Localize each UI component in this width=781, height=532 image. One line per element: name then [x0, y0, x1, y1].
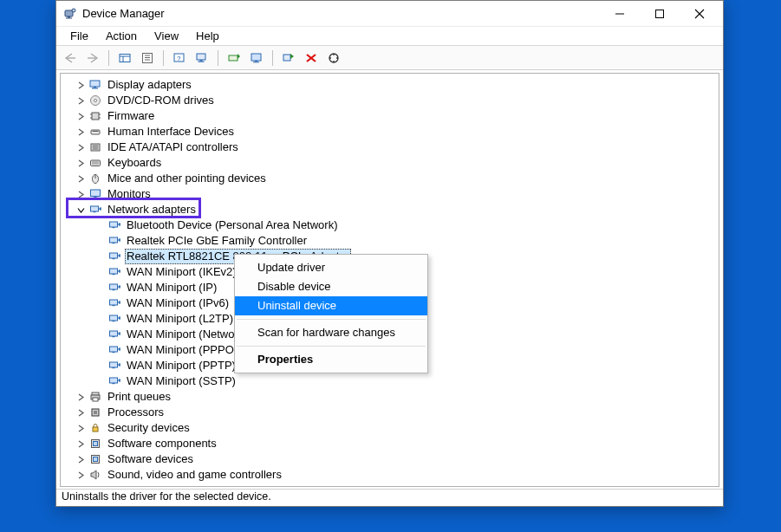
chevron-right-icon[interactable] [75, 391, 87, 403]
svg-rect-107 [93, 427, 98, 431]
tree-item-label: WAN Miniport (IP) [125, 280, 218, 295]
tree-item-label: Processors [106, 405, 166, 420]
device-category[interactable]: Keyboards [64, 155, 719, 171]
context-menu-update-driver[interactable]: Update driver [235, 258, 427, 277]
chevron-none [94, 360, 106, 372]
device-category[interactable]: Network adapters [64, 202, 719, 217]
sound-icon [88, 468, 102, 482]
menu-bar: FileActionViewHelp [56, 27, 723, 46]
svg-rect-59 [113, 227, 115, 228]
svg-rect-31 [94, 87, 96, 88]
tree-item-label: Security devices [106, 420, 192, 436]
menu-help[interactable]: Help [187, 28, 228, 44]
svg-rect-10 [120, 54, 130, 62]
svg-rect-54 [91, 206, 99, 211]
device-category[interactable]: Sound, video and game controllers [64, 467, 719, 483]
context-menu-separator [237, 319, 426, 320]
monitor-button[interactable] [246, 49, 267, 68]
chevron-right-icon[interactable] [75, 126, 87, 138]
chevron-none [94, 313, 106, 325]
chevron-none [94, 250, 106, 263]
device-category[interactable]: Firmware [64, 108, 719, 124]
menu-file[interactable]: File [62, 28, 97, 44]
device-category[interactable]: Software devices [64, 451, 719, 467]
tree-item-label: Sound, video and game controllers [106, 467, 283, 483]
chevron-right-icon[interactable] [75, 94, 87, 107]
tree-item-label: DVD/CD-ROM drives [106, 93, 216, 108]
chevron-right-icon[interactable] [75, 141, 87, 153]
svg-text:?: ? [177, 54, 181, 62]
tree-item-label: Bluetooth Device (Personal Area Network) [125, 217, 340, 233]
sw-icon [88, 437, 102, 451]
context-menu-properties[interactable]: Properties [235, 350, 427, 369]
svg-rect-90 [110, 347, 118, 352]
device-category[interactable]: Print queues [64, 389, 719, 405]
uninstall-x-button[interactable] [301, 49, 322, 68]
device-category[interactable]: Display adapters [64, 77, 719, 93]
back-button [60, 49, 81, 68]
net-icon [107, 312, 121, 326]
svg-rect-77 [119, 285, 120, 288]
chevron-right-icon[interactable] [75, 157, 87, 169]
device-category[interactable]: Monitors [64, 186, 719, 202]
svg-rect-81 [119, 301, 120, 303]
chevron-right-icon[interactable] [75, 438, 87, 450]
enable-device-button[interactable] [278, 49, 299, 68]
toolbar-separator [163, 50, 164, 66]
svg-rect-22 [229, 55, 238, 61]
forward-button [82, 49, 103, 68]
chevron-right-icon[interactable] [75, 469, 87, 481]
chevron-right-icon[interactable] [75, 188, 87, 200]
svg-rect-79 [113, 305, 115, 306]
chevron-right-icon[interactable] [75, 79, 87, 91]
chevron-right-icon[interactable] [75, 406, 87, 418]
svg-rect-91 [113, 352, 115, 353]
device-category[interactable]: Processors [64, 405, 719, 420]
minimize-button[interactable] [600, 1, 640, 26]
update-driver-button[interactable] [224, 49, 244, 68]
device-category[interactable]: IDE ATA/ATAPI controllers [64, 139, 719, 155]
chevron-none [94, 219, 106, 231]
svg-rect-98 [110, 378, 118, 383]
device-category[interactable]: Human Interface Devices [64, 124, 719, 139]
maximize-button[interactable] [640, 1, 680, 26]
chevron-right-icon[interactable] [75, 110, 87, 122]
hid-icon [88, 125, 102, 139]
svg-rect-30 [90, 81, 100, 87]
chevron-right-icon[interactable] [75, 172, 87, 185]
net-icon [107, 296, 121, 310]
mouse-icon [88, 172, 102, 185]
context-menu-uninstall-device[interactable]: Uninstall device [235, 296, 427, 315]
computer-button[interactable] [192, 49, 212, 68]
device-leaf[interactable]: Realtek PCIe GbE Family Controller [64, 233, 719, 249]
chevron-right-icon[interactable] [75, 422, 87, 434]
svg-rect-0 [65, 10, 73, 16]
menu-view[interactable]: View [146, 28, 187, 44]
device-category[interactable]: Mice and other pointing devices [64, 171, 719, 186]
svg-rect-53 [93, 198, 99, 198]
context-menu-disable-device[interactable]: Disable device [235, 277, 427, 296]
chevron-down-icon[interactable] [75, 204, 87, 216]
svg-rect-104 [93, 398, 98, 401]
device-leaf[interactable]: WAN Miniport (SSTP) [64, 373, 719, 389]
show-hidden-button[interactable] [114, 49, 135, 68]
svg-rect-94 [110, 362, 118, 367]
monitor-icon [88, 187, 102, 201]
device-leaf[interactable]: Bluetooth Device (Personal Area Network) [64, 217, 719, 233]
window-title: Device Manager [82, 7, 600, 20]
chevron-right-icon[interactable] [75, 453, 87, 465]
help-button[interactable]: ? [169, 49, 190, 68]
device-category[interactable]: DVD/CD-ROM drives [64, 93, 719, 108]
svg-rect-86 [110, 331, 118, 336]
device-category[interactable]: Security devices [64, 420, 719, 436]
context-menu-scan-for-hardware-changes[interactable]: Scan for hardware changes [235, 323, 427, 342]
svg-rect-1 [68, 16, 70, 18]
menu-action[interactable]: Action [97, 28, 146, 44]
tree-item-label: Network adapters [106, 202, 198, 217]
tree-item-label: WAN Miniport (PPPOE) [125, 342, 247, 358]
svg-rect-83 [113, 321, 115, 321]
close-button[interactable] [680, 1, 719, 26]
device-category[interactable]: Software components [64, 436, 719, 451]
properties-sheet-button[interactable] [137, 49, 158, 68]
scan-hardware-button[interactable] [323, 49, 344, 68]
